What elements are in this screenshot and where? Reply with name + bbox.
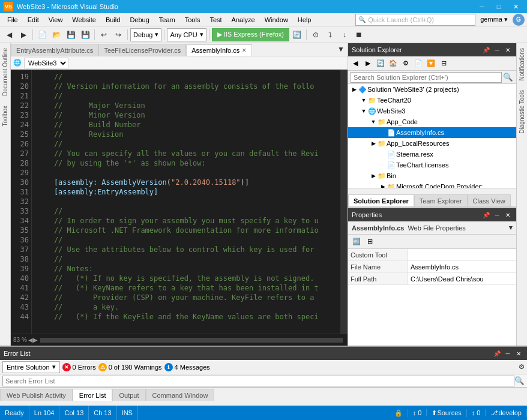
solution-explorer-search-button[interactable]: 🔍 (502, 71, 514, 83)
menu-edit[interactable]: Edit (23, 15, 44, 25)
open-button[interactable]: 📂 (50, 28, 63, 41)
step-into-button[interactable]: ↓ (338, 28, 351, 41)
se-close-button[interactable]: ✕ (503, 45, 513, 55)
se-back-btn[interactable]: ◀ (349, 58, 361, 70)
platform-dropdown[interactable]: Any CPU ▾ (167, 28, 206, 41)
zoom-control[interactable]: 83 % ◀▶ (13, 337, 38, 343)
menu-file[interactable]: File (2, 15, 23, 25)
tree-item-assemblyinfo[interactable]: 📄 AssemblyInfo.cs (348, 127, 516, 138)
props-dropdown-icon[interactable]: ▾ (509, 224, 513, 232)
new-file-button[interactable]: 📄 (35, 28, 49, 41)
breadcrumb-project-select[interactable]: WebSite3 (24, 58, 68, 68)
props-close-button[interactable]: ✕ (503, 210, 513, 220)
maximize-button[interactable]: □ (491, 0, 507, 13)
editor-vertical-scrollbar[interactable] (340, 70, 348, 334)
code-content[interactable]: // // Version information for an assembl… (32, 70, 340, 334)
undo-button[interactable]: ↩ (97, 28, 110, 41)
tree-toggle-bin[interactable]: ▶ (370, 173, 377, 179)
back-button[interactable]: ◀ (2, 28, 16, 41)
tree-toggle-solution[interactable]: ▶ (351, 86, 358, 92)
redo-button[interactable]: ↪ (112, 28, 125, 41)
solution-explorer-title-buttons[interactable]: 📌 ─ ✕ (481, 45, 513, 55)
solution-explorer-hscrollbar[interactable] (348, 188, 516, 194)
tree-toggle-app-code[interactable]: ▼ (370, 119, 377, 125)
se-refresh-btn[interactable]: 🔄 (375, 58, 387, 70)
tab-team-explorer[interactable]: Team Explorer (414, 194, 468, 206)
tree-toggle-website3[interactable]: ▼ (360, 108, 367, 114)
tab-output[interactable]: Output (112, 389, 145, 401)
tab-tee-file[interactable]: TeeFileLicenseProvider.cs (98, 44, 186, 56)
error-filter-dropdown[interactable]: Entire Solution ▾ (2, 361, 60, 373)
se-collapse-btn[interactable]: ⊟ (438, 58, 450, 70)
error-count[interactable]: ✕ 0 Errors (62, 363, 96, 371)
se-home-btn[interactable]: 🏠 (387, 58, 399, 70)
forward-button[interactable]: ▶ (17, 28, 30, 41)
sidebar-document-outline[interactable]: Document Outline (0, 43, 10, 101)
tab-close-assembly-info[interactable]: ✕ (242, 47, 247, 53)
tree-item-teechart20[interactable]: ▼ 📁 TeeChart20 (348, 95, 516, 106)
refresh-button[interactable]: 🔄 (291, 28, 304, 41)
tab-class-view[interactable]: Class View (468, 194, 511, 206)
menu-website[interactable]: Website (67, 15, 101, 25)
sidebar-notifications[interactable]: Notifications (517, 43, 527, 85)
tab-entry-assembly[interactable]: EntryAssemblyAttribute.cs (11, 44, 98, 56)
se-forward-btn[interactable]: ▶ (362, 58, 374, 70)
error-list-close-button[interactable]: ✕ (514, 349, 523, 358)
error-list-search-input[interactable] (2, 376, 514, 386)
menu-debug[interactable]: Debug (125, 15, 154, 25)
tree-item-teechart-licenses[interactable]: 📄 TeeChart.licenses (348, 160, 516, 170)
menu-view[interactable]: View (44, 15, 68, 25)
se-props-btn[interactable]: ⚙ (400, 58, 412, 70)
properties-title-buttons[interactable]: 📌 ─ ✕ (481, 210, 513, 220)
error-list-pin-button[interactable]: 📌 (492, 349, 502, 358)
tab-solution-explorer[interactable]: Solution Explorer (348, 194, 414, 206)
tree-item-app-code[interactable]: ▼ 📁 App_Code (348, 116, 516, 127)
new-horizontal-tab-group[interactable]: ▼ (334, 43, 348, 56)
tree-toggle-app-local[interactable]: ▶ (370, 140, 377, 146)
debug-mode-dropdown[interactable]: Debug ▾ (130, 28, 161, 41)
menu-help[interactable]: Help (293, 15, 316, 25)
run-button[interactable]: ▶ IIS Express (Firefox) (212, 28, 289, 41)
quick-launch-box[interactable]: 🔍 Quick Launch (Ctrl+Q) (355, 14, 475, 26)
tree-toggle-mscodom[interactable]: ▶ (379, 184, 387, 188)
error-list-title-buttons[interactable]: 📌 ─ ✕ (492, 349, 523, 358)
tree-item-bin[interactable]: ▶ 📁 Bin (348, 170, 516, 181)
minimize-button[interactable]: ─ (474, 0, 490, 13)
se-filter-btn[interactable]: 🔽 (425, 58, 437, 70)
status-sources[interactable]: ⬆ Sources (427, 409, 466, 417)
warning-count[interactable]: ⚠ 0 of 190 Warnings (98, 363, 162, 371)
save-all-button[interactable]: 💾 (79, 28, 92, 41)
pin-button[interactable]: 📌 (481, 45, 491, 55)
tree-item-steema-resx[interactable]: 📄 Steema.resx (348, 149, 516, 160)
window-controls[interactable]: ─ □ ✕ (474, 0, 523, 13)
tab-command-window[interactable]: Command Window (146, 389, 215, 401)
tree-item-mscodom[interactable]: ▶ 📁 Microsoft.CodeDom.Provider: (348, 181, 516, 188)
props-minimize-button[interactable]: ─ (492, 210, 502, 220)
props-sort-btn[interactable]: 🔤 (351, 236, 363, 248)
tab-assembly-info[interactable]: AssemblyInfo.cs ✕ (186, 44, 252, 56)
tree-item-solution[interactable]: ▶ 🔷 Solution 'WebSite3' (2 projects) (348, 84, 516, 95)
menu-analyze[interactable]: Analyze (227, 15, 260, 25)
error-search-button[interactable]: 🔍 (514, 376, 525, 385)
breakpoint-button[interactable]: ⊙ (309, 28, 322, 41)
zoom-btn[interactable]: ◀▶ (28, 337, 38, 343)
menu-window[interactable]: Window (260, 15, 293, 25)
tree-item-website3[interactable]: ▼ 🌐 WebSite3 (348, 106, 516, 116)
error-list-settings-btn[interactable]: ⚙ (519, 363, 525, 371)
error-list-minimize-button[interactable]: ─ (503, 349, 513, 358)
close-button[interactable]: ✕ (508, 0, 523, 13)
se-minimize-button[interactable]: ─ (492, 45, 502, 55)
props-category-btn[interactable]: ⊞ (364, 236, 376, 248)
props-value-file-name[interactable]: AssemblyInfo.cs (408, 261, 516, 272)
step-over-button[interactable]: ⤵ (324, 28, 337, 41)
save-button[interactable]: 💾 (64, 28, 77, 41)
props-value-custom-tool[interactable] (408, 249, 516, 260)
user-icon[interactable]: gemma ▾ (478, 14, 510, 25)
se-show-files-btn[interactable]: 📄 (412, 58, 424, 70)
tree-item-app-local-resources[interactable]: ▶ 📁 App_LocalResources (348, 138, 516, 149)
props-value-full-path[interactable]: C:\Users\Dead Chris\sou (408, 273, 516, 284)
stop-button[interactable]: ⏹ (352, 28, 366, 41)
menu-tools[interactable]: Tools (180, 15, 205, 25)
message-count[interactable]: ℹ 4 Messages (164, 363, 210, 371)
solution-explorer-search-input[interactable] (351, 72, 502, 83)
